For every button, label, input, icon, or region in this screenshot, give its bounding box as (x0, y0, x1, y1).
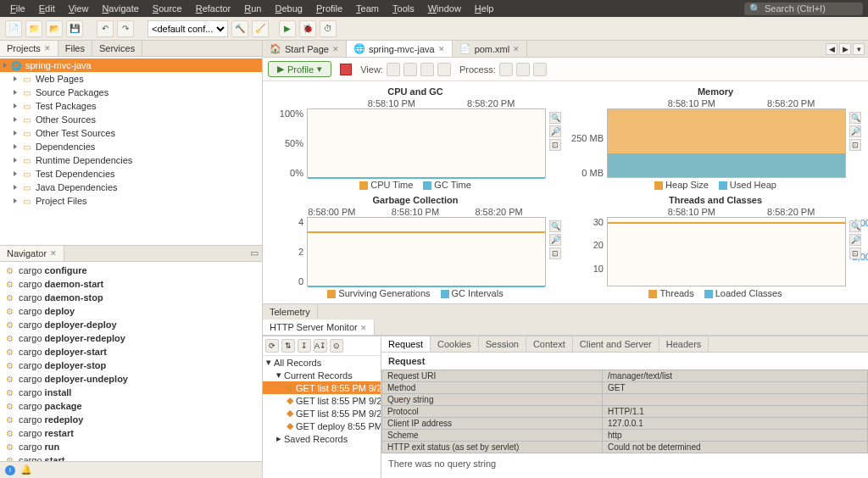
navigator-goal[interactable]: ⚙cargo daemon-start (0, 277, 262, 291)
process-icon-1[interactable] (499, 63, 513, 76)
view-icon-2[interactable] (403, 63, 417, 76)
open-button[interactable]: 📂 (46, 20, 63, 37)
new-project-button[interactable]: 📁 (25, 20, 42, 37)
request-tab-request[interactable]: Request (381, 336, 431, 352)
menu-debug[interactable]: Debug (270, 2, 307, 15)
navigator-goal[interactable]: ⚙cargo deployer-redeploy (0, 331, 262, 345)
menu-window[interactable]: Window (423, 2, 466, 15)
navigator-goal[interactable]: ⚙cargo package (0, 399, 262, 413)
menu-file[interactable]: File (5, 2, 31, 15)
menu-run[interactable]: Run (239, 2, 266, 15)
view-icon-1[interactable] (387, 63, 400, 76)
request-tab-headers[interactable]: Headers (659, 336, 709, 352)
new-file-button[interactable]: 📄 (5, 20, 22, 37)
profile-button[interactable]: ⏱ (320, 20, 337, 37)
navigator-goal[interactable]: ⚙cargo install (0, 386, 262, 399)
editor-tab[interactable]: 🏠Start Page✕ (263, 41, 347, 57)
navigator-goal[interactable]: ⚙cargo start (0, 453, 262, 461)
project-node[interactable]: ▭Test Packages (0, 99, 262, 113)
navigator-goal[interactable]: ⚙cargo daemon-stop (0, 291, 262, 304)
navigator-goal[interactable]: ⚙cargo configure (0, 264, 262, 277)
tab-navigator[interactable]: Navigator✕ (0, 246, 64, 261)
records-tree[interactable]: ▾All Records▾Current Records◆GET list 8:… (263, 356, 381, 478)
record-item[interactable]: ◆GET deploy 8:55 PM 9/24/... (263, 420, 381, 432)
menu-view[interactable]: View (64, 2, 94, 15)
close-icon[interactable]: ✕ (332, 45, 339, 53)
editor-tab[interactable]: 📄pom.xml✕ (453, 41, 528, 57)
navigator-goal[interactable]: ⚙cargo redeploy (0, 413, 262, 426)
tab-http-monitor[interactable]: HTTP Server Monitor ✕ (263, 320, 375, 335)
close-icon[interactable]: ✕ (50, 249, 57, 258)
record-item[interactable]: ◆GET list 8:55 PM 9/24/17] (263, 381, 381, 394)
record-item[interactable]: ▾Current Records (263, 369, 381, 381)
close-icon[interactable]: ✕ (360, 324, 367, 332)
zoom-in-icon[interactable]: 🔍 (849, 112, 861, 124)
alpha-sort-icon[interactable]: A↧ (314, 339, 327, 353)
clean-build-button[interactable]: 🧹 (252, 20, 269, 37)
project-node[interactable]: ▭Other Test Sources (0, 126, 262, 140)
menu-refactor[interactable]: Refactor (191, 2, 236, 15)
project-root[interactable]: 🌐spring-mvc-java (0, 58, 262, 72)
process-icon-3[interactable] (533, 63, 547, 76)
debug-button[interactable]: 🐞 (299, 20, 316, 37)
zoom-fit-icon[interactable]: ⊡ (549, 247, 561, 259)
project-node[interactable]: ▭Dependencies (0, 140, 262, 153)
notification-icon[interactable]: 🔔 (20, 464, 32, 475)
menu-navigate[interactable]: Navigate (97, 2, 143, 15)
tab-telemetry[interactable]: Telemetry (263, 304, 318, 320)
undo-button[interactable]: ↶ (97, 20, 114, 37)
navigator-goal[interactable]: ⚙cargo run (0, 440, 262, 453)
project-node[interactable]: ▭Source Packages (0, 86, 262, 99)
project-node[interactable]: ▭Java Dependencies (0, 181, 262, 194)
process-icon-2[interactable] (516, 63, 530, 76)
zoom-out-icon[interactable]: 🔎 (849, 234, 861, 246)
run-config-select[interactable]: <default conf... (147, 20, 228, 37)
zoom-fit-icon[interactable]: ⊡ (849, 139, 861, 151)
request-tab-context[interactable]: Context (526, 336, 573, 352)
navigator-goal[interactable]: ⚙cargo deployer-deploy (0, 318, 262, 331)
menu-team[interactable]: Team (351, 2, 384, 15)
project-node[interactable]: ▭Web Pages (0, 72, 262, 86)
reload-icon[interactable]: ⟳ (265, 339, 279, 353)
info-icon[interactable]: i (5, 465, 15, 475)
editor-tab[interactable]: 🌐spring-mvc-java✕ (347, 41, 453, 57)
close-icon[interactable]: ✕ (44, 44, 51, 53)
tab-next-button[interactable]: ▶ (839, 43, 851, 55)
zoom-out-icon[interactable]: 🔎 (849, 125, 861, 137)
tab-prev-button[interactable]: ◀ (826, 43, 837, 55)
minimize-icon[interactable]: ▭ (247, 246, 262, 261)
close-icon[interactable]: ✕ (438, 45, 445, 53)
record-item[interactable]: ▾All Records (263, 356, 381, 369)
record-item[interactable]: ◆GET list 8:55 PM 9/24/17] (263, 394, 381, 407)
navigator-goal[interactable]: ⚙cargo deployer-undeploy (0, 372, 262, 386)
run-button[interactable]: ▶ (279, 20, 296, 37)
global-search[interactable]: 🔍 Search (Ctrl+I) (744, 3, 863, 15)
navigator-goal[interactable]: ⚙cargo restart (0, 426, 262, 440)
build-button[interactable]: 🔨 (231, 20, 248, 37)
zoom-in-icon[interactable]: 🔍 (549, 220, 561, 232)
stop-button[interactable] (340, 64, 352, 75)
project-node[interactable]: ▭Other Sources (0, 113, 262, 126)
zoom-in-icon[interactable]: 🔍 (849, 220, 861, 232)
zoom-fit-icon[interactable]: ⊡ (549, 139, 561, 151)
tab-list-button[interactable]: ▾ (853, 43, 865, 55)
sort-icon[interactable]: ⇅ (281, 339, 295, 353)
view-icon-3[interactable] (420, 63, 434, 76)
filter-icon[interactable]: ⊙ (330, 339, 343, 353)
project-node[interactable]: ▭Test Dependencies (0, 167, 262, 181)
zoom-fit-icon[interactable]: ⊡ (849, 247, 861, 259)
navigator-goal[interactable]: ⚙cargo deployer-start (0, 345, 262, 358)
projects-tree[interactable]: 🌐spring-mvc-java▭Web Pages▭Source Packag… (0, 57, 262, 245)
zoom-out-icon[interactable]: 🔎 (549, 234, 561, 246)
project-node[interactable]: ▭Runtime Dependencies (0, 153, 262, 167)
request-tab-session[interactable]: Session (479, 336, 526, 352)
request-tab-cookies[interactable]: Cookies (431, 336, 479, 352)
tab-files[interactable]: Files (58, 41, 92, 56)
record-item[interactable]: ▸Saved Records (263, 432, 381, 445)
zoom-in-icon[interactable]: 🔍 (549, 112, 561, 124)
record-item[interactable]: ◆GET list 8:55 PM 9/24/17] (263, 407, 381, 420)
menu-profile[interactable]: Profile (311, 2, 348, 15)
profile-dropdown[interactable]: ▶ Profile ▾ (268, 61, 331, 77)
time-sort-icon[interactable]: ↧ (298, 339, 311, 353)
close-icon[interactable]: ✕ (513, 45, 520, 53)
